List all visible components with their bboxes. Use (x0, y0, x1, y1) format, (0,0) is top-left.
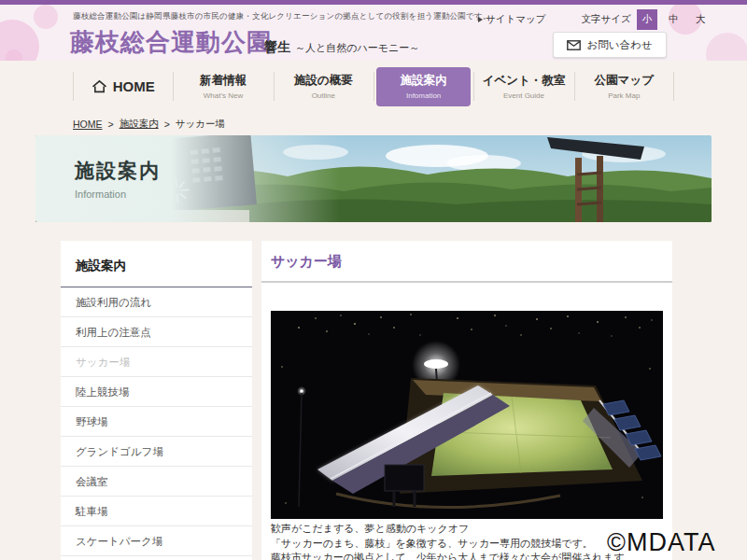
home-icon (92, 79, 107, 93)
contact-button[interactable]: お問い合わせ (553, 32, 667, 58)
header: 藤枝総合運動公園は静岡県藤枝市の市民の健康・文化レクリエーションの拠点としての役… (0, 5, 747, 61)
sidebar-item-usage-flow[interactable]: 施設利用の流れ (61, 287, 252, 317)
page: 藤枝総合運動公園は静岡県藤枝市の市民の健康・文化レクリエーションの拠点としての役… (0, 0, 747, 560)
caption-line: 「サッカーのまち、藤枝」を象徴する、サッカー専用の競技場です。 (271, 537, 663, 552)
nav-label: 施設案内 (401, 73, 447, 89)
contact-label: お問い合わせ (586, 38, 652, 52)
decorative-bubble (34, 5, 58, 29)
photo-caption: 歓声がこだまする、夢と感動のキックオフ 「サッカーのまち、藤枝」を象徴する、サッ… (271, 522, 663, 560)
hero-text: 施設案内 Information (75, 158, 161, 200)
site-tagline: 響生～人と自然のハーモニー～ (264, 39, 419, 56)
font-size-medium-button[interactable]: 中 (663, 9, 684, 30)
sidebar-item-athletics-field[interactable]: 陸上競技場 (61, 377, 252, 407)
sidebar-item-soccer-field: サッカー場 (61, 347, 252, 377)
nav-label: 公園マップ (595, 73, 654, 89)
nav-sublabel: Event Guide (503, 91, 544, 100)
font-size-label: 文字サイズ (581, 13, 630, 26)
arrow-right-icon (478, 17, 483, 22)
decorative-bubble (6, 49, 22, 61)
nav-sublabel: Outline (312, 91, 335, 100)
page-title: サッカー場 (261, 241, 672, 283)
sidebar-item-usage-notes[interactable]: 利用上の注意点 (61, 317, 252, 347)
breadcrumb-information[interactable]: 施設案内 (120, 118, 159, 131)
main-nav: HOME 新着情報 What's New 施設の概要 Outline 施設案内 … (73, 61, 674, 112)
sidebar-item-meeting-room[interactable]: 会議室 (61, 467, 252, 497)
nav-item-event-guide[interactable]: イベント・教室 Event Guide (473, 61, 573, 112)
breadcrumb-separator: > (164, 119, 170, 130)
font-size-large-button[interactable]: 大 (690, 9, 712, 30)
nav-label: HOME (113, 78, 155, 94)
nav-item-park-map[interactable]: 公園マップ Park Map (574, 61, 674, 112)
hero-subtitle: Information (75, 189, 161, 200)
breadcrumb: HOME > 施設案内 > サッカー場 (0, 112, 747, 133)
sidebar: 施設案内 施設利用の流れ 利用上の注意点 サッカー場 陸上競技場 野球場 グラン… (61, 241, 252, 560)
main-content: サッカー場 (261, 241, 672, 560)
nav-sublabel: Infomation (406, 91, 441, 100)
sidebar-item-ground-golf[interactable]: グランドゴルフ場 (61, 437, 252, 467)
hero-title: 施設案内 (75, 158, 161, 184)
breadcrumb-current: サッカー場 (176, 118, 225, 131)
breadcrumb-home[interactable]: HOME (73, 119, 103, 130)
nav-item-whats-new[interactable]: 新着情報 What's New (173, 61, 273, 112)
nav-item-home[interactable]: HOME (73, 61, 173, 112)
sitemap-link[interactable]: サイトマップ (486, 13, 545, 26)
nav-sublabel: Park Map (608, 91, 640, 100)
utility-bar: サイトマップ 文字サイズ 小 中 大 (478, 9, 711, 30)
caption-line: 藤枝市サッカーの拠点として、少年から大人まで様々な大会が開催されます (271, 551, 663, 560)
stadium-photo (271, 311, 663, 519)
nav-label: 施設の概要 (294, 73, 353, 89)
sidebar-item-skatepark[interactable]: スケートパーク場 (61, 526, 252, 556)
caption-line: 歓声がこだまする、夢と感動のキックオフ (271, 522, 663, 537)
tagline-lead: 響生 (264, 39, 290, 54)
nav-label: イベント・教室 (483, 73, 566, 89)
nav-item-outline[interactable]: 施設の概要 Outline (274, 61, 374, 112)
sidebar-title: 施設案内 (61, 241, 252, 287)
sidebar-item-parking[interactable]: 駐車場 (61, 497, 252, 526)
font-size-small-button[interactable]: 小 (637, 9, 658, 30)
hero-banner: 施設案内 Information (35, 135, 712, 222)
nav-label: 新着情報 (200, 73, 247, 89)
site-title[interactable]: 藤枝総合運動公園 (70, 26, 272, 59)
breadcrumb-separator: > (108, 119, 114, 130)
decorative-bubble (706, 33, 747, 61)
sidebar-item-baseball-field[interactable]: 野球場 (61, 407, 252, 437)
mail-icon (567, 40, 581, 50)
site-notice: 藤枝総合運動公園は静岡県藤枝市の市民の健康・文化レクリエーションの拠点としての役… (73, 11, 491, 22)
tagline-text: ～人と自然のハーモニー～ (295, 42, 419, 53)
nav-sublabel: What's New (204, 91, 243, 100)
nav-item-information[interactable]: 施設案内 Infomation (374, 61, 473, 112)
watermark: ©MDATA (607, 528, 715, 557)
